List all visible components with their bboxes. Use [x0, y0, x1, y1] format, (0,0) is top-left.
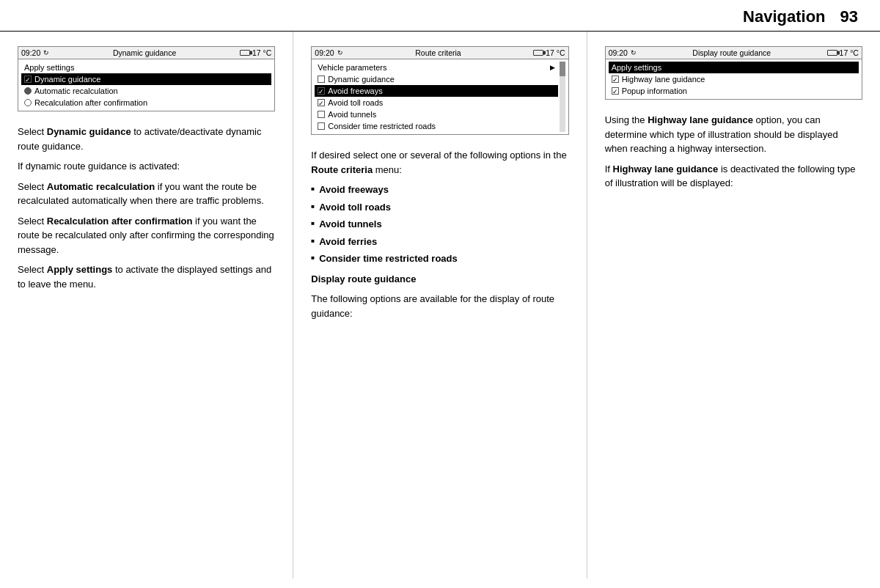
screen-title-2: Route criteria	[415, 48, 461, 57]
status-bar-2: 09:20 ↻ Route criteria 17 °C	[312, 47, 568, 59]
radio-recalc-confirm	[24, 99, 32, 106]
menu-item-vehicle-params: Vehicle parameters ▶	[315, 62, 557, 73]
bullet-list: Avoid freeways Avoid toll roads Avoid tu…	[311, 183, 568, 266]
screen-mockup-3: 09:20 ↻ Display route guidance 17 °C App…	[605, 46, 862, 100]
column-3: 09:20 ↻ Display route guidance 17 °C App…	[587, 32, 880, 578]
text-content-2: If desired select one or several of the …	[311, 148, 568, 326]
page-title: Navigation	[743, 7, 825, 26]
checkbox-dynamic-guidance: ✓	[24, 76, 32, 83]
screen-body-1: Apply settings ✓ Dynamic guidance Automa…	[18, 59, 274, 111]
screen-body-3: Apply settings ✓ Highway lane guidance ✓…	[606, 59, 862, 99]
clock-icon-2: ↻	[337, 49, 343, 56]
arrow-vehicle-params: ▶	[550, 64, 555, 71]
bullet-time-restricted: Consider time restricted roads	[311, 251, 568, 266]
para-auto-recalc: Select Automatic recalculation if you wa…	[18, 180, 275, 208]
status-bar-1: 09:20 ↻ Dynamic guidance 17 °C	[18, 47, 274, 59]
checkbox-avoid-freeways: ✓	[318, 87, 325, 95]
checkbox-highway-lane: ✓	[612, 76, 619, 83]
screen-body-2: Vehicle parameters ▶ Dynamic guidance ✓ …	[312, 59, 568, 134]
screen-time-2: 09:20	[315, 48, 334, 57]
screen-temp-2: 17 °C	[546, 48, 565, 57]
status-bar-3: 09:20 ↻ Display route guidance 17 °C	[606, 47, 862, 59]
screen-temp-3: 17 °C	[840, 48, 859, 57]
clock-icon-3: ↻	[631, 49, 637, 56]
para-if-dynamic: If dynamic route guidance is activated:	[18, 159, 275, 174]
menu-item-popup-info: ✓ Popup information	[609, 85, 859, 97]
para-route-criteria-intro: If desired select one or several of the …	[311, 148, 568, 177]
screen-title-1: Dynamic guidance	[113, 48, 176, 57]
screen-title-3: Display route guidance	[692, 48, 771, 57]
bullet-avoid-tunnels: Avoid tunnels	[311, 217, 568, 232]
text-content-3: Using the Highway lane guidance option, …	[605, 113, 862, 196]
main-content: 09:20 ↻ Dynamic guidance 17 °C Apply set…	[0, 32, 880, 578]
menu-item-time-restricted: Consider time restricted roads	[315, 120, 557, 132]
screen-temp-1: 17 °C	[252, 48, 271, 57]
menu-item-avoid-tunnels: Avoid tunnels	[315, 109, 557, 120]
menu-item-dynamic-guidance: ✓ Dynamic guidance	[21, 73, 271, 85]
para-display-route-text: The following options are available for …	[311, 292, 568, 320]
para-highway-lane-guidance: Using the Highway lane guidance option, …	[605, 113, 862, 156]
menu-item-dynamic-guidance-2: Dynamic guidance	[315, 73, 557, 85]
battery-icon-1	[240, 50, 250, 56]
radio-auto-recalc	[24, 87, 32, 95]
menu-item-recalc-confirm: Recalculation after confirmation	[21, 97, 271, 109]
battery-icon-2	[533, 50, 543, 56]
scrollbar-thumb-2	[560, 62, 565, 76]
menu-item-apply-settings-3: Apply settings	[609, 62, 859, 73]
scrollbar-2	[560, 62, 565, 132]
checkbox-popup-info: ✓	[612, 87, 619, 95]
para-recalc-confirm: Select Recalculation after confirmation …	[18, 214, 275, 257]
checkbox-dynamic-guidance-2	[318, 76, 325, 83]
screen-time-3: 09:20	[609, 48, 628, 57]
screen-mockup-2: 09:20 ↻ Route criteria 17 °C Vehicle par…	[311, 46, 568, 135]
menu-item-highway-lane: ✓ Highway lane guidance	[609, 73, 859, 85]
text-content-1: Select Dynamic guidance to activate/deac…	[18, 125, 275, 297]
battery-icon-3	[827, 50, 837, 56]
para-apply-settings: Select Apply settings to activate the di…	[18, 262, 275, 291]
screen-mockup-1: 09:20 ↻ Dynamic guidance 17 °C Apply set…	[18, 46, 275, 111]
checkbox-avoid-tunnels	[318, 111, 325, 118]
column-1: 09:20 ↻ Dynamic guidance 17 °C Apply set…	[0, 32, 293, 578]
section-title-display-route: Display route guidance	[311, 272, 568, 287]
bullet-avoid-ferries: Avoid ferries	[311, 235, 568, 249]
bullet-avoid-freeways: Avoid freeways	[311, 183, 568, 197]
menu-item-avoid-freeways: ✓ Avoid freeways	[315, 85, 557, 97]
clock-icon-1: ↻	[43, 49, 49, 56]
screen-time-1: 09:20	[21, 48, 40, 57]
checkbox-time-restricted	[318, 122, 325, 130]
page-number: 93	[840, 7, 858, 26]
menu-item-apply-settings: Apply settings	[21, 62, 271, 73]
para-if-highway-lane: If Highway lane guidance is deactivated …	[605, 162, 862, 191]
page-header: Navigation 93	[0, 0, 880, 32]
menu-item-avoid-toll: ✓ Avoid toll roads	[315, 97, 557, 109]
menu-item-auto-recalc: Automatic recalculation	[21, 85, 271, 97]
column-2: 09:20 ↻ Route criteria 17 °C Vehicle par…	[293, 32, 587, 578]
checkbox-avoid-toll: ✓	[318, 99, 325, 106]
bullet-avoid-toll: Avoid toll roads	[311, 200, 568, 215]
para-dynamic-guidance: Select Dynamic guidance to activate/deac…	[18, 125, 275, 153]
